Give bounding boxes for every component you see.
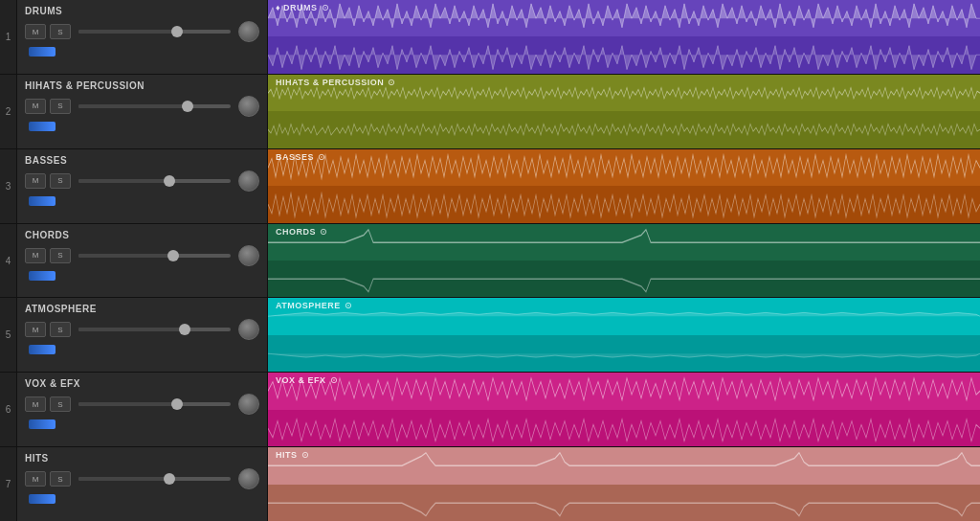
knob-drums[interactable]: [238, 21, 259, 42]
mute-button-atmosphere[interactable]: M: [25, 322, 46, 337]
loop-icon-hits: ⊙: [301, 450, 310, 460]
volume-slider-chords[interactable]: [78, 254, 234, 258]
fader-drums[interactable]: [29, 47, 56, 57]
track-control-vox: 6 VOX & EFX M S: [0, 373, 267, 447]
knob-basses[interactable]: [238, 170, 259, 192]
waveform-label-atmosphere: ATMOSPHERE ⊙: [276, 301, 352, 310]
loop-icon-vox: ⊙: [330, 375, 339, 385]
waveform-track-atmosphere[interactable]: ATMOSPHERE ⊙: [268, 298, 980, 373]
solo-button-atmosphere[interactable]: S: [50, 322, 71, 337]
knob-chords[interactable]: [238, 245, 259, 266]
track-control-atmosphere: 5 ATMOSPHERE M S: [0, 298, 267, 373]
waveform-track-vox[interactable]: VOX & EFX ⊙: [268, 373, 980, 447]
track-name-hihats: HIHATS & PERCUSSION: [25, 80, 259, 91]
track-number-4: 4: [0, 224, 17, 298]
waveform-label-drums: ♦ DRUMS ⊙: [276, 3, 329, 12]
fader-vox[interactable]: [29, 419, 56, 429]
fader-hits[interactable]: [29, 494, 56, 504]
knob-atmosphere[interactable]: [238, 319, 259, 340]
waveform-label-chords: CHORDS ⊙: [276, 227, 328, 237]
waveform-svg-basses-lower: [268, 186, 980, 222]
volume-slider-atmosphere[interactable]: [78, 328, 234, 331]
track-control-chords: 4 CHORDS M S: [0, 224, 267, 299]
knob-hihats[interactable]: [238, 96, 259, 117]
volume-slider-basses[interactable]: [78, 179, 234, 183]
mute-button-drums[interactable]: M: [25, 24, 46, 39]
waveform-svg-vox-lower: [268, 410, 980, 446]
waveform-svg-vox-upper: [268, 373, 980, 409]
mute-button-hihats[interactable]: M: [25, 99, 46, 114]
solo-button-hihats[interactable]: S: [50, 99, 71, 114]
waveform-track-hits[interactable]: HITS ⊙: [268, 447, 980, 521]
fader-basses[interactable]: [29, 196, 56, 206]
knob-vox[interactable]: [238, 394, 259, 415]
mute-button-chords[interactable]: M: [25, 248, 46, 263]
waveform-svg-atmosphere-upper: [268, 298, 980, 334]
waveform-label-basses: BASSES ⊙: [276, 152, 326, 162]
track-number-5: 5: [0, 298, 17, 372]
loop-icon-atmosphere: ⊙: [345, 301, 353, 310]
track-number-6: 6: [0, 373, 17, 446]
fader-hihats[interactable]: [29, 122, 56, 131]
waveform-svg-chords-lower: [268, 260, 980, 297]
volume-slider-vox[interactable]: [78, 402, 234, 406]
waveform-label-hits: HITS ⊙: [276, 450, 309, 460]
waveform-label-vox: VOX & EFX ⊙: [276, 375, 338, 385]
loop-icon-basses: ⊙: [318, 152, 326, 162]
waveform-label-hihats: HIHATS & PERCUSSION ⊙: [276, 78, 396, 87]
track-name-atmosphere: ATMOSPHERE: [25, 304, 259, 314]
track-number-3: 3: [0, 149, 17, 223]
track-name-drums: DRUMS: [25, 6, 259, 16]
loop-icon-chords: ⊙: [320, 227, 328, 237]
track-name-vox: VOX & EFX: [25, 378, 259, 389]
mute-button-vox[interactable]: M: [25, 396, 46, 412]
track-control-basses: 3 BASSES M S: [0, 149, 267, 224]
track-control-hihats: 2 HIHATS & PERCUSSION M S: [0, 75, 267, 149]
solo-button-basses[interactable]: S: [50, 173, 71, 189]
track-number-2: 2: [0, 75, 17, 148]
volume-slider-hihats[interactable]: [78, 104, 234, 108]
solo-button-vox[interactable]: S: [50, 396, 71, 412]
waveform-svg-atmosphere-lower: [268, 335, 980, 372]
track-control-drums: 1 DRUMS M S: [0, 0, 267, 75]
waveform-svg-basses-upper: [268, 149, 980, 186]
waveform-svg-chords-upper: [268, 224, 980, 260]
track-name-chords: CHORDS: [25, 230, 259, 240]
loop-icon-hihats: ⊙: [388, 78, 396, 87]
waveform-svg-drums-lower: [268, 36, 980, 73]
mute-button-hits[interactable]: M: [25, 471, 46, 487]
track-number-1: 1: [0, 0, 17, 74]
track-number-7: 7: [0, 447, 17, 521]
waveform-track-hihats[interactable]: HIHATS & PERCUSSION ⊙: [268, 75, 980, 149]
waveform-svg-hihats-lower: [268, 111, 980, 147]
fader-chords[interactable]: [29, 271, 56, 281]
volume-slider-hits[interactable]: [78, 477, 234, 481]
track-control-hits: 7 HITS M S: [0, 447, 267, 521]
fader-atmosphere[interactable]: [29, 345, 56, 354]
track-name-hits: HITS: [25, 453, 259, 464]
track-name-basses: BASSES: [25, 155, 259, 166]
knob-hits[interactable]: [238, 468, 259, 489]
mute-button-basses[interactable]: M: [25, 173, 46, 189]
volume-slider-drums[interactable]: [78, 30, 234, 34]
loop-icon-drums: ⊙: [322, 3, 330, 12]
solo-button-hits[interactable]: S: [50, 471, 71, 487]
track-controls-panel: 1 DRUMS M S 2 HIHATS & PERCUSSI: [0, 0, 268, 521]
waveform-track-drums[interactable]: ♦ DRUMS ⊙: [268, 0, 980, 75]
waveform-panel: ♦ DRUMS ⊙ HIHATS & PERCUSSION ⊙: [268, 0, 980, 521]
waveform-svg-hits-upper: [268, 447, 980, 484]
solo-button-drums[interactable]: S: [50, 24, 71, 39]
solo-button-chords[interactable]: S: [50, 248, 71, 263]
waveform-track-basses[interactable]: BASSES ⊙: [268, 149, 980, 224]
waveform-svg-hits-lower: [268, 485, 980, 521]
waveform-svg-drums-upper: [268, 0, 980, 36]
waveform-track-chords[interactable]: CHORDS ⊙: [268, 224, 980, 299]
